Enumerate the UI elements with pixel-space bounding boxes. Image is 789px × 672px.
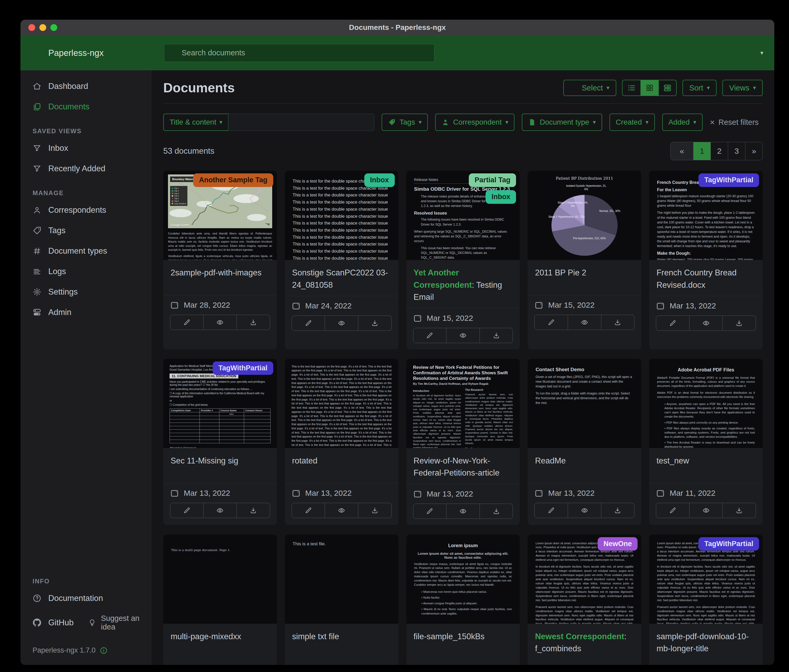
sidebar-item-recently-added[interactable]: Recently Added: [21, 158, 151, 179]
document-card[interactable]: Contact Sheet DemoGiven a set of image f…: [527, 359, 641, 525]
filter-document-type-button[interactable]: Document type▾: [522, 113, 602, 131]
document-thumbnail[interactable]: Patient BP Distribution 2011Normal, 151,…: [527, 171, 641, 260]
sidebar-item-documents[interactable]: Documents: [21, 97, 151, 117]
edit-document-button[interactable]: [413, 503, 447, 519]
download-document-button[interactable]: [601, 315, 635, 330]
pagination-page-2[interactable]: 2: [711, 142, 728, 160]
view-document-button[interactable]: [325, 315, 358, 331]
edit-document-button[interactable]: [413, 328, 447, 343]
filter-correspondent-button[interactable]: Correspondent▾: [435, 113, 514, 131]
document-title[interactable]: ReadMe: [527, 448, 641, 483]
view-toggle-list[interactable]: [623, 80, 640, 96]
document-title[interactable]: Review-of-New-York-Federal-Petitions-art…: [406, 448, 520, 484]
user-menu[interactable]: ▾: [743, 46, 774, 60]
tag-badge[interactable]: NewOne: [598, 537, 637, 551]
view-document-button[interactable]: [568, 315, 601, 330]
download-document-button[interactable]: [237, 315, 270, 330]
document-title[interactable]: Sec 11-Missing sig: [163, 448, 277, 483]
view-document-button[interactable]: [325, 503, 358, 518]
document-correspondent[interactable]: Yet Another Correspondent: [414, 268, 472, 290]
document-thumbnail[interactable]: Lorem ipsumLorem ipsum dolor sit amet, c…: [406, 535, 520, 624]
edit-document-button[interactable]: [292, 315, 325, 331]
document-card[interactable]: Lorem ipsumLorem ipsum dolor sit amet, c…: [406, 535, 520, 665]
document-card[interactable]: Adobe Acrobat PDF FilesAdobe® Portable D…: [649, 359, 763, 525]
view-document-button[interactable]: [446, 503, 480, 519]
document-thumbnail[interactable]: Adobe Acrobat PDF FilesAdobe® Portable D…: [649, 359, 763, 448]
sort-button[interactable]: Sort ▾: [682, 80, 717, 96]
document-thumbnail[interactable]: This is a test file.: [285, 535, 398, 624]
document-card[interactable]: French Country BreadFor the Leaven1 heap…: [649, 171, 763, 349]
document-title[interactable]: test_new: [649, 448, 763, 483]
sidebar-item-correspondents[interactable]: Correspondents: [21, 200, 151, 220]
document-card[interactable]: Boundary Waters TripDay 1Day 2Day 3Day 4…: [163, 171, 277, 349]
document-card[interactable]: Application for Medical Staff MembersGoo…: [163, 359, 277, 525]
edit-document-button[interactable]: [656, 503, 690, 518]
edit-document-button[interactable]: [170, 315, 204, 330]
download-document-button[interactable]: [723, 315, 756, 331]
pagination-page-3[interactable]: 3: [728, 142, 745, 160]
view-document-button[interactable]: [204, 503, 237, 518]
document-title[interactable]: Sonstige ScanPC2022 03-24_081058: [285, 260, 398, 296]
sidebar-item-logs[interactable]: Logs: [21, 261, 151, 282]
download-document-button[interactable]: [358, 503, 391, 518]
document-correspondent[interactable]: Newest Correspondent: [535, 632, 624, 641]
document-card[interactable]: Lorem ipsum dolor sit amet, consectetur …: [527, 535, 641, 665]
view-document-button[interactable]: [446, 328, 480, 343]
document-title[interactable]: Newest Correspondent: f_combineds: [527, 624, 641, 660]
edit-document-button[interactable]: [534, 315, 568, 330]
filter-created-button[interactable]: Created▾: [610, 113, 655, 131]
title-content-input[interactable]: [228, 113, 374, 131]
tag-badge[interactable]: TagWithPartial: [698, 174, 759, 187]
pagination-page-1[interactable]: 1: [693, 142, 711, 160]
filter-tags-button[interactable]: Tags▾: [382, 113, 428, 131]
sidebar-item-documentation[interactable]: Documentation: [21, 588, 151, 608]
sidebar-item-document-types[interactable]: Document types: [21, 241, 151, 261]
document-card[interactable]: This is a test file.simple txt file: [285, 535, 398, 665]
document-thumbnail[interactable]: This is a multi page document. Page 1.: [163, 535, 277, 624]
download-document-button[interactable]: [480, 503, 513, 519]
document-card[interactable]: This is a multi page document. Page 1.mu…: [163, 535, 277, 665]
document-title[interactable]: 2011 BP Pie 2: [527, 260, 641, 295]
document-title[interactable]: French Country Bread Revised.docx: [649, 260, 763, 296]
document-title[interactable]: Yet Another Correspondent: Testing Email: [406, 260, 520, 308]
views-button[interactable]: Views ▾: [722, 80, 763, 96]
tag-badge[interactable]: TagWithPartial: [698, 537, 759, 551]
document-card[interactable]: Patient BP Distribution 2011Normal, 151,…: [527, 171, 641, 349]
document-card[interactable]: Lorem ipsum dolor sit amet, consectetur …: [649, 535, 763, 665]
document-card[interactable]: Review of New York Federal Petitions for…: [406, 359, 520, 525]
sidebar-item-tags[interactable]: Tags: [21, 220, 151, 241]
global-search[interactable]: Search documents: [164, 44, 434, 62]
view-toggle-detail[interactable]: [658, 80, 676, 96]
filter-added-button[interactable]: Added▾: [662, 113, 703, 131]
download-document-button[interactable]: [358, 315, 391, 331]
view-document-button[interactable]: [690, 315, 723, 331]
title-content-dropdown[interactable]: Title & content ▾: [163, 113, 228, 131]
download-document-button[interactable]: [237, 503, 270, 518]
download-document-button[interactable]: [601, 503, 635, 518]
download-document-button[interactable]: [723, 503, 756, 518]
document-thumbnail[interactable]: Contact Sheet DemoGiven a set of image f…: [527, 359, 641, 448]
sidebar-item-dashboard[interactable]: Dashboard: [21, 76, 151, 97]
edit-document-button[interactable]: [292, 503, 325, 518]
sidebar-item-suggest-idea[interactable]: Suggest an idea: [73, 608, 151, 637]
document-title[interactable]: rotated: [285, 448, 398, 483]
edit-document-button[interactable]: [170, 503, 204, 518]
tag-badge[interactable]: Inbox: [486, 190, 516, 204]
reset-filters-button[interactable]: × Reset filters: [710, 118, 759, 127]
pagination-next-button[interactable]: »: [745, 142, 762, 160]
minimize-window-button[interactable]: [39, 24, 46, 31]
tag-badge[interactable]: Partial Tag: [469, 174, 516, 187]
app-logo[interactable]: Paperless-ngx: [21, 48, 151, 59]
edit-document-button[interactable]: [534, 503, 568, 518]
sidebar-item-inbox[interactable]: Inbox: [21, 138, 151, 158]
view-document-button[interactable]: [690, 503, 723, 518]
document-title[interactable]: 2sample-pdf-with-images: [163, 260, 277, 295]
document-thumbnail[interactable]: This is the text that appears on the fir…: [285, 359, 398, 448]
document-title[interactable]: file-sample_150kBs: [406, 624, 520, 659]
zoom-window-button[interactable]: [50, 24, 57, 31]
document-title[interactable]: sample-pdf-download-10-mb-longer-title: [649, 624, 763, 660]
pagination-prev-button[interactable]: «: [671, 142, 693, 160]
document-title[interactable]: simple txt file: [285, 624, 398, 659]
view-toggle-grid[interactable]: [640, 80, 658, 96]
document-thumbnail[interactable]: Review of New York Federal Petitions for…: [406, 359, 520, 448]
